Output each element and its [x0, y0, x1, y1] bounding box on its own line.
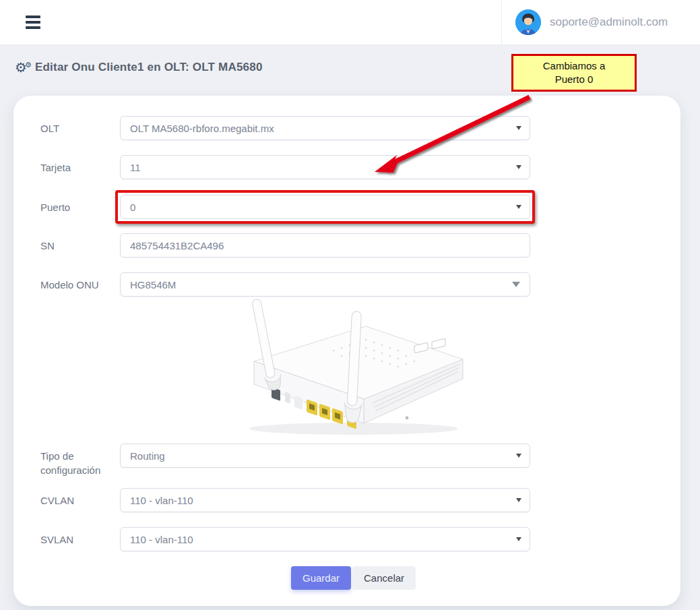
edit-onu-form-card: OLT OLT MA5680-rbforo.megabit.mx Tarjeta…	[13, 96, 680, 606]
caret-down-icon	[516, 126, 521, 130]
svlan-select-value: 110 - vlan-110	[130, 534, 193, 545]
annotation-line1: Cambiamos a	[543, 59, 606, 73]
modelo-onu-label: Modelo ONU	[13, 272, 120, 292]
puerto-select-value: 0	[130, 202, 135, 213]
menu-bar	[26, 26, 40, 29]
field-row-svlan: SVLAN 110 - vlan-110	[13, 527, 680, 551]
user-menu[interactable]: soporte@adminolt.com	[501, 0, 700, 44]
svlan-select[interactable]: 110 - vlan-110	[120, 527, 530, 551]
huawei-onu-illustration	[212, 297, 482, 439]
caret-down-icon	[516, 165, 521, 169]
avatar-person-icon	[515, 9, 541, 35]
puerto-label: Puerto	[13, 195, 120, 214]
caret-down-icon	[512, 282, 520, 287]
field-row-sn: SN	[13, 233, 680, 257]
menu-bar	[26, 21, 40, 24]
tarjeta-label: Tarjeta	[13, 155, 120, 175]
caret-down-icon	[516, 498, 521, 502]
menu-icon[interactable]	[26, 16, 42, 30]
tipo-configuracion-select[interactable]: Routing	[120, 444, 530, 468]
menu-bar	[26, 16, 40, 18]
onu-product-image	[13, 297, 680, 439]
tarjeta-select-value: 11	[130, 162, 141, 173]
page-title-row: ⚙ ⚙ Editar Onu Cliente1 en OLT: OLT MA56…	[15, 61, 263, 74]
form-actions: Guardar Cancelar	[291, 566, 416, 590]
modelo-onu-select-value: HG8546M	[130, 279, 176, 291]
field-row-tipo: Tipo de configuración Routing	[13, 444, 680, 477]
annotation-line2: Puerto 0	[555, 73, 594, 86]
tipo-configuracion-select-value: Routing	[130, 450, 165, 462]
annotation-callout: Cambiamos a Puerto 0	[511, 54, 637, 92]
field-row-modelo: Modelo ONU HG8546M	[13, 272, 680, 297]
field-row-puerto: Puerto 0	[13, 195, 680, 224]
cvlan-select[interactable]: 110 - vlan-110	[120, 488, 530, 512]
field-row-tarjeta: Tarjeta 11	[13, 155, 680, 179]
cancel-button[interactable]: Cancelar	[352, 566, 416, 590]
sn-label: SN	[13, 233, 120, 253]
olt-select-value: OLT MA5680-rbforo.megabit.mx	[130, 123, 274, 134]
page-title: Editar Onu Cliente1 en OLT: OLT MA5680	[35, 61, 263, 74]
topbar: soporte@adminolt.com	[0, 0, 700, 45]
olt-label: OLT	[13, 116, 120, 135]
cvlan-select-value: 110 - vlan-110	[130, 495, 193, 506]
caret-down-icon	[516, 454, 521, 458]
caret-down-icon	[516, 537, 521, 541]
tarjeta-select[interactable]: 11	[120, 155, 530, 179]
olt-select[interactable]: OLT MA5680-rbforo.megabit.mx	[120, 116, 530, 140]
user-email[interactable]: soporte@adminolt.com	[550, 16, 668, 29]
puerto-highlight-box: 0	[115, 190, 535, 224]
save-button[interactable]: Guardar	[291, 566, 351, 590]
modelo-onu-select[interactable]: HG8546M	[120, 272, 530, 297]
svlan-label: SVLAN	[13, 527, 120, 547]
cvlan-label: CVLAN	[13, 488, 120, 508]
cog-glyph-small: ⚙	[25, 58, 32, 71]
field-row-cvlan: CVLAN 110 - vlan-110	[13, 488, 680, 512]
caret-down-icon	[516, 205, 521, 209]
avatar	[515, 9, 541, 35]
field-row-olt: OLT OLT MA5680-rbforo.megabit.mx	[13, 116, 680, 140]
cogs-icon: ⚙ ⚙	[15, 61, 35, 74]
tipo-configuracion-label: Tipo de configuración	[13, 444, 120, 477]
sn-input[interactable]	[120, 233, 530, 257]
puerto-select[interactable]: 0	[120, 195, 530, 219]
